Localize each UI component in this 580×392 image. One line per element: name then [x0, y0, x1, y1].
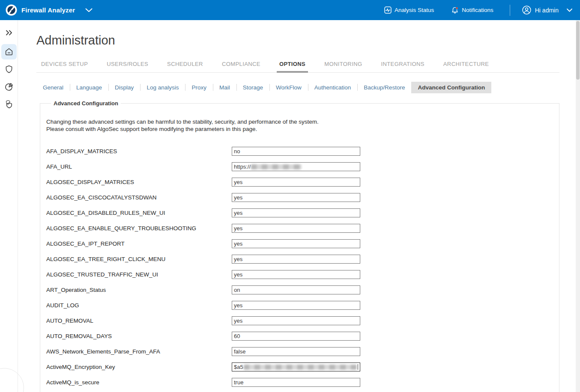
topbar-divider — [510, 5, 510, 16]
top-bar: Firewall Analyzer Analysis Status Notifi… — [0, 0, 580, 20]
setting-label: ART_Operation_Status — [46, 287, 232, 293]
main-tabs: DEVICES SETUP USERS/ROLES SCHEDULER COMP… — [36, 57, 559, 73]
main-tab[interactable]: USERS/ROLES — [102, 57, 153, 72]
subtab-label: Mail — [219, 84, 230, 91]
setting-row: ALGOSEC_EA_IPT_REPORT yes — [46, 239, 553, 248]
subtab[interactable]: Log analysis — [140, 82, 185, 93]
main-tab[interactable]: COMPLIANCE — [217, 57, 265, 72]
double-chevron-right-icon — [6, 30, 13, 36]
main-tab-label: OPTIONS — [279, 61, 305, 67]
notifications-button[interactable]: Notifications — [451, 6, 493, 14]
setting-value: yes — [234, 318, 242, 324]
subtab[interactable]: Backup/Restore — [357, 82, 411, 93]
setting-input[interactable]: no — [232, 147, 360, 156]
setting-row: AUTO_REMOVAL yes — [46, 316, 553, 325]
user-menu[interactable]: Hi admin — [522, 6, 572, 15]
subtab-label: Display — [115, 84, 134, 91]
setting-row: ALGOSEC_TRUSTED_TRAFFIC_NEW_UI yes — [46, 270, 553, 279]
subtab[interactable]: Proxy — [185, 82, 213, 93]
setting-label: ActiveMQ_Encryption_Key — [46, 364, 232, 370]
setting-input[interactable]: yes — [232, 270, 360, 279]
setting-input[interactable]: $a5 — [232, 362, 360, 371]
setting-input[interactable]: yes — [232, 224, 360, 233]
options-subtabs: General Language Display Log analysis Pr… — [36, 82, 576, 93]
setting-value: yes — [234, 256, 242, 262]
subtab[interactable]: WorkFlow — [269, 82, 308, 93]
main-tab-label: MONITORING — [324, 61, 362, 67]
setting-value: yes — [234, 241, 242, 247]
main-tab-label: USERS/ROLES — [107, 61, 148, 67]
user-chevron-down-icon[interactable] — [567, 9, 572, 12]
setting-label: ALGOSEC_EA_TREE_RIGHT_CLICK_MENU — [46, 256, 232, 262]
setting-row: ALGOSEC_EA_ENABLE_QUERY_TROUBLESHOOTING … — [46, 224, 553, 233]
subtab-label: Language — [76, 84, 102, 91]
expand-sidebar-button[interactable] — [0, 24, 18, 42]
setting-value: yes — [234, 271, 242, 278]
setting-input[interactable]: on — [232, 285, 360, 294]
main-tab[interactable]: OPTIONS — [275, 57, 310, 72]
setting-row: AFA_DISPLAY_MATRICES no — [46, 147, 553, 156]
sidebar-item-reports[interactable] — [1, 79, 17, 95]
main-tab[interactable]: SCHEDULER — [162, 57, 208, 72]
warning-line-2: Please consult with AlgoSec support befo… — [46, 126, 553, 133]
analysis-status-label: Analysis Status — [395, 7, 434, 13]
vertical-scrollbar[interactable] — [576, 20, 580, 392]
setting-input[interactable]: yes — [232, 301, 360, 310]
main-tab[interactable]: MONITORING — [320, 57, 367, 72]
main-tab-label: COMPLIANCE — [222, 61, 260, 67]
setting-input[interactable]: yes — [232, 193, 360, 202]
subtab-label: Storage — [243, 84, 263, 91]
setting-row: ALGOSEC_DISPLAY_MATRICES yes — [46, 178, 553, 187]
chevron-down-icon[interactable] — [85, 8, 93, 12]
main-tab-label: DEVICES SETUP — [41, 61, 88, 67]
app-logo-icon — [6, 4, 17, 16]
brand[interactable]: Firewall Analyzer — [0, 4, 93, 16]
subtab-label: WorkFlow — [276, 84, 302, 91]
subtab[interactable]: Authentication — [308, 82, 358, 93]
subtab[interactable]: Display — [108, 82, 140, 93]
setting-label: ALGOSEC_EA_CISCOCATALYSTSDWAN — [46, 194, 232, 201]
subtab[interactable]: Storage — [236, 82, 269, 93]
home-icon — [4, 47, 14, 56]
setting-value: on — [234, 287, 240, 293]
setting-input[interactable]: true — [232, 378, 360, 387]
main-tab[interactable]: INTEGRATIONS — [376, 57, 429, 72]
scrollbar-thumb[interactable] — [576, 21, 580, 80]
subtab[interactable]: Language — [70, 82, 108, 93]
setting-input[interactable]: yes — [232, 178, 360, 187]
sidebar-item-security[interactable] — [1, 62, 17, 77]
setting-input[interactable]: 60 — [232, 332, 360, 341]
analysis-status-button[interactable]: Analysis Status — [384, 6, 434, 14]
page-title: Administration — [36, 33, 576, 48]
redacted-value-blur — [244, 365, 357, 370]
main-tab-label: ARCHITECTURE — [443, 61, 489, 67]
setting-row: AWS_Network_Elements_Parse_From_AFA fals… — [46, 347, 553, 356]
setting-value: https:// — [234, 163, 251, 170]
warning-text: Changing these advanced settings can be … — [46, 119, 553, 133]
main-tab[interactable]: ARCHITECTURE — [439, 57, 494, 72]
subtab[interactable]: Mail — [213, 82, 236, 93]
setting-row: ALGOSEC_EA_TREE_RIGHT_CLICK_MENU yes — [46, 255, 553, 264]
subtab[interactable]: Advanced Configuration — [411, 82, 491, 93]
subtab-label: General — [43, 84, 63, 91]
setting-input[interactable]: yes — [232, 316, 360, 325]
shield-icon — [4, 65, 14, 74]
setting-row: AFA_URL https:// — [46, 162, 553, 171]
setting-input[interactable]: yes — [232, 208, 360, 217]
subtab-label: Proxy — [191, 84, 206, 91]
setting-label: AUDIT_LOG — [46, 302, 232, 309]
sidebar-item-policies[interactable] — [1, 97, 17, 112]
setting-input[interactable]: yes — [232, 239, 360, 248]
setting-label: ALGOSEC_EA_IPT_REPORT — [46, 241, 232, 247]
setting-value: false — [234, 348, 245, 355]
subtab-label: Advanced Configuration — [418, 84, 485, 91]
sidebar-item-home[interactable] — [1, 44, 17, 59]
subtab[interactable]: General — [36, 82, 70, 93]
setting-value: yes — [234, 302, 242, 309]
main-tab[interactable]: DEVICES SETUP — [36, 57, 93, 72]
setting-input[interactable]: false — [232, 347, 360, 356]
setting-input[interactable]: https:// — [232, 162, 360, 171]
pie-chart-icon — [4, 82, 14, 92]
main-tab-label: SCHEDULER — [167, 61, 203, 67]
setting-input[interactable]: yes — [232, 255, 360, 264]
